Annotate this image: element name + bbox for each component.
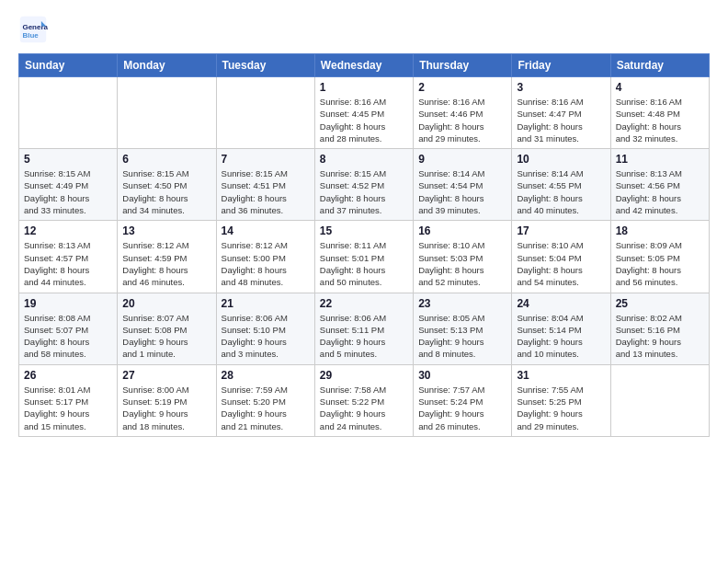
day-number: 9 [418, 153, 506, 166]
day-number: 8 [320, 153, 408, 166]
day-cell: 14Sunrise: 8:12 AM Sunset: 5:00 PM Dayli… [216, 221, 314, 293]
day-cell: 17Sunrise: 8:10 AM Sunset: 5:04 PM Dayli… [512, 221, 610, 293]
day-number: 10 [517, 153, 605, 166]
day-cell: 6Sunrise: 8:15 AM Sunset: 4:50 PM Daylig… [118, 149, 216, 221]
svg-text:Blue: Blue [22, 31, 39, 40]
day-info: Sunrise: 8:10 AM Sunset: 5:04 PM Dayligh… [517, 239, 605, 288]
day-number: 29 [320, 369, 408, 382]
day-info: Sunrise: 8:16 AM Sunset: 4:47 PM Dayligh… [517, 96, 605, 144]
day-info: Sunrise: 8:11 AM Sunset: 5:01 PM Dayligh… [320, 239, 408, 288]
day-number: 22 [320, 297, 408, 310]
day-info: Sunrise: 8:06 AM Sunset: 5:11 PM Dayligh… [320, 312, 408, 361]
day-cell: 23Sunrise: 8:05 AM Sunset: 5:13 PM Dayli… [414, 293, 512, 364]
weekday-wednesday: Wednesday [314, 54, 413, 77]
day-info: Sunrise: 8:16 AM Sunset: 4:46 PM Dayligh… [418, 96, 506, 144]
day-cell: 13Sunrise: 8:12 AM Sunset: 4:59 PM Dayli… [118, 221, 216, 293]
day-number: 31 [517, 369, 605, 382]
day-info: Sunrise: 8:16 AM Sunset: 4:48 PM Dayligh… [616, 96, 704, 144]
day-info: Sunrise: 8:09 AM Sunset: 5:05 PM Dayligh… [616, 239, 704, 288]
day-info: Sunrise: 8:00 AM Sunset: 5:19 PM Dayligh… [122, 384, 210, 432]
header: General Blue [18, 15, 710, 44]
day-number: 16 [418, 224, 506, 237]
day-number: 1 [320, 81, 408, 94]
weekday-thursday: Thursday [414, 54, 512, 77]
day-info: Sunrise: 8:06 AM Sunset: 5:10 PM Dayligh… [222, 312, 310, 361]
weekday-tuesday: Tuesday [216, 54, 314, 77]
day-number: 6 [122, 153, 210, 166]
day-cell: 28Sunrise: 7:59 AM Sunset: 5:20 PM Dayli… [216, 364, 314, 436]
day-info: Sunrise: 8:15 AM Sunset: 4:52 PM Dayligh… [320, 167, 408, 216]
day-cell [118, 77, 216, 149]
day-number: 23 [418, 297, 506, 310]
day-info: Sunrise: 8:15 AM Sunset: 4:50 PM Dayligh… [122, 167, 210, 216]
day-cell: 30Sunrise: 7:57 AM Sunset: 5:24 PM Dayli… [414, 364, 512, 436]
day-info: Sunrise: 8:16 AM Sunset: 4:45 PM Dayligh… [320, 96, 408, 144]
day-info: Sunrise: 8:07 AM Sunset: 5:08 PM Dayligh… [122, 312, 210, 361]
day-cell: 29Sunrise: 7:58 AM Sunset: 5:22 PM Dayli… [314, 364, 413, 436]
day-number: 5 [24, 153, 112, 166]
day-cell [19, 77, 118, 149]
day-cell: 25Sunrise: 8:02 AM Sunset: 5:16 PM Dayli… [610, 293, 709, 364]
day-number: 15 [320, 224, 408, 237]
day-cell [610, 364, 709, 436]
day-number: 28 [222, 369, 310, 382]
week-row-4: 19Sunrise: 8:08 AM Sunset: 5:07 PM Dayli… [19, 293, 710, 364]
day-info: Sunrise: 8:01 AM Sunset: 5:17 PM Dayligh… [24, 384, 112, 432]
calendar-table: SundayMondayTuesdayWednesdayThursdayFrid… [18, 53, 710, 437]
day-info: Sunrise: 8:08 AM Sunset: 5:07 PM Dayligh… [24, 312, 112, 361]
day-cell: 7Sunrise: 8:15 AM Sunset: 4:51 PM Daylig… [216, 149, 314, 221]
day-info: Sunrise: 8:02 AM Sunset: 5:16 PM Dayligh… [616, 312, 704, 361]
day-info: Sunrise: 7:55 AM Sunset: 5:25 PM Dayligh… [517, 384, 605, 432]
day-info: Sunrise: 8:05 AM Sunset: 5:13 PM Dayligh… [418, 312, 506, 361]
day-number: 25 [616, 297, 704, 310]
day-cell: 22Sunrise: 8:06 AM Sunset: 5:11 PM Dayli… [314, 293, 413, 364]
day-cell: 18Sunrise: 8:09 AM Sunset: 5:05 PM Dayli… [610, 221, 709, 293]
day-cell: 1Sunrise: 8:16 AM Sunset: 4:45 PM Daylig… [314, 77, 413, 149]
day-info: Sunrise: 8:14 AM Sunset: 4:55 PM Dayligh… [517, 167, 605, 216]
day-cell: 10Sunrise: 8:14 AM Sunset: 4:55 PM Dayli… [512, 149, 610, 221]
day-number: 17 [517, 224, 605, 237]
day-number: 21 [222, 297, 310, 310]
day-info: Sunrise: 7:58 AM Sunset: 5:22 PM Dayligh… [320, 384, 408, 432]
day-cell [216, 77, 314, 149]
weekday-sunday: Sunday [19, 54, 118, 77]
weekday-monday: Monday [118, 54, 216, 77]
day-number: 20 [122, 297, 210, 310]
week-row-3: 12Sunrise: 8:13 AM Sunset: 4:57 PM Dayli… [19, 221, 710, 293]
day-cell: 8Sunrise: 8:15 AM Sunset: 4:52 PM Daylig… [314, 149, 413, 221]
day-number: 11 [616, 153, 704, 166]
day-cell: 27Sunrise: 8:00 AM Sunset: 5:19 PM Dayli… [118, 364, 216, 436]
logo: General Blue [18, 15, 51, 44]
day-number: 19 [24, 297, 112, 310]
week-row-1: 1Sunrise: 8:16 AM Sunset: 4:45 PM Daylig… [19, 77, 710, 149]
day-cell: 11Sunrise: 8:13 AM Sunset: 4:56 PM Dayli… [610, 149, 709, 221]
day-info: Sunrise: 8:13 AM Sunset: 4:56 PM Dayligh… [616, 167, 704, 216]
day-info: Sunrise: 8:15 AM Sunset: 4:51 PM Dayligh… [222, 167, 310, 216]
day-number: 4 [616, 81, 704, 94]
day-info: Sunrise: 8:13 AM Sunset: 4:57 PM Dayligh… [24, 239, 112, 288]
day-number: 12 [24, 224, 112, 237]
day-cell: 24Sunrise: 8:04 AM Sunset: 5:14 PM Dayli… [512, 293, 610, 364]
day-number: 2 [418, 81, 506, 94]
day-cell: 3Sunrise: 8:16 AM Sunset: 4:47 PM Daylig… [512, 77, 610, 149]
day-cell: 15Sunrise: 8:11 AM Sunset: 5:01 PM Dayli… [314, 221, 413, 293]
day-info: Sunrise: 8:10 AM Sunset: 5:03 PM Dayligh… [418, 239, 506, 288]
day-number: 13 [122, 224, 210, 237]
day-info: Sunrise: 8:15 AM Sunset: 4:49 PM Dayligh… [24, 167, 112, 216]
day-info: Sunrise: 7:59 AM Sunset: 5:20 PM Dayligh… [222, 384, 310, 432]
day-number: 18 [616, 224, 704, 237]
week-row-5: 26Sunrise: 8:01 AM Sunset: 5:17 PM Dayli… [19, 364, 710, 436]
day-number: 27 [122, 369, 210, 382]
day-cell: 2Sunrise: 8:16 AM Sunset: 4:46 PM Daylig… [414, 77, 512, 149]
weekday-friday: Friday [512, 54, 610, 77]
weekday-saturday: Saturday [610, 54, 709, 77]
day-info: Sunrise: 8:04 AM Sunset: 5:14 PM Dayligh… [517, 312, 605, 361]
day-cell: 26Sunrise: 8:01 AM Sunset: 5:17 PM Dayli… [19, 364, 118, 436]
day-info: Sunrise: 8:12 AM Sunset: 5:00 PM Dayligh… [222, 239, 310, 288]
day-number: 3 [517, 81, 605, 94]
day-cell: 21Sunrise: 8:06 AM Sunset: 5:10 PM Dayli… [216, 293, 314, 364]
day-number: 14 [222, 224, 310, 237]
weekday-header-row: SundayMondayTuesdayWednesdayThursdayFrid… [19, 54, 710, 77]
day-cell: 16Sunrise: 8:10 AM Sunset: 5:03 PM Dayli… [414, 221, 512, 293]
day-number: 24 [517, 297, 605, 310]
